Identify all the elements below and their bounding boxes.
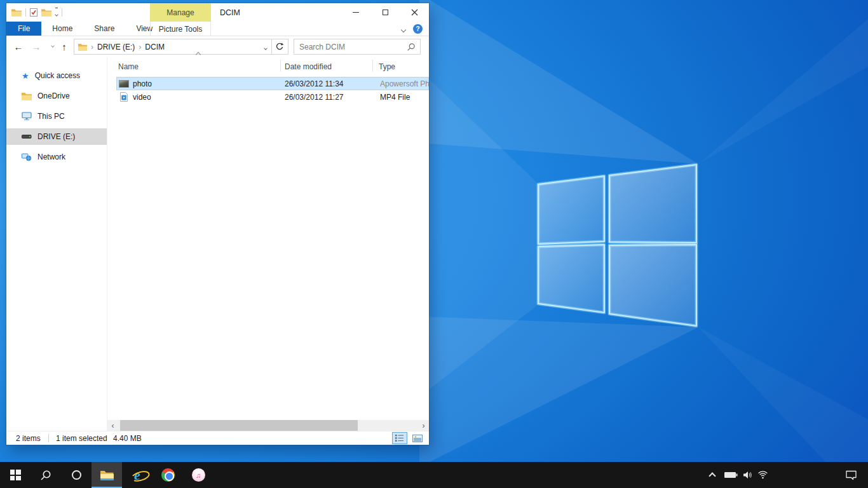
drive-icon <box>22 134 32 139</box>
sidebar-item-label: DRIVE (E:) <box>37 132 75 141</box>
selection-size: 4.40 MB <box>113 434 142 443</box>
expand-ribbon-chevron-icon[interactable] <box>402 25 405 34</box>
breadcrumb-drive[interactable]: DRIVE (E:) <box>97 43 135 51</box>
scrollbar-track[interactable] <box>118 420 418 431</box>
tab-home[interactable]: Home <box>41 22 83 36</box>
file-name: photo <box>133 79 152 88</box>
file-row-photo[interactable]: photo 26/03/2012 11:34 Apowersoft Pho <box>116 77 429 90</box>
address-dropdown-chevron-icon[interactable] <box>264 43 267 51</box>
sidebar-item-label: Quick access <box>35 71 80 80</box>
status-divider <box>48 434 49 442</box>
search-magnifier-icon <box>407 43 416 51</box>
window-title: DCIM <box>220 3 240 22</box>
internet-explorer-icon: e <box>134 468 140 482</box>
details-view-icon <box>395 435 404 442</box>
window-controls <box>341 3 429 22</box>
column-divider[interactable] <box>372 60 373 72</box>
qat-separator <box>25 8 26 17</box>
column-header-date-modified[interactable]: Date modified <box>285 62 332 71</box>
navigation-pane: ★ Quick access OneDrive This PC <box>6 57 107 431</box>
breadcrumb-separator: › <box>139 43 141 51</box>
taskbar: e ♫ <box>0 462 868 488</box>
start-button[interactable] <box>0 462 31 488</box>
close-button[interactable] <box>400 3 429 22</box>
details-view-toggle[interactable] <box>392 432 407 444</box>
scrollbar-thumb[interactable] <box>120 420 358 431</box>
maximize-icon <box>383 10 388 15</box>
file-name: video <box>133 93 151 102</box>
minimize-icon <box>353 12 359 13</box>
horizontal-scrollbar[interactable]: ‹ › <box>107 420 429 431</box>
selection-count: 1 item selected <box>56 434 107 443</box>
column-header-type[interactable]: Type <box>379 62 395 71</box>
taskbar-chrome-button[interactable] <box>153 462 183 488</box>
file-row-video[interactable]: video 26/03/2012 11:27 MP4 File <box>116 90 429 104</box>
qat-separator <box>62 8 62 17</box>
file-explorer-window: Manage DCIM File Home Share View Picture… <box>6 3 429 445</box>
address-bar[interactable]: › DRIVE (E:) › DCIM <box>74 39 272 55</box>
taskbar-search-button[interactable] <box>31 462 61 488</box>
taskbar-itunes-button[interactable]: ♫ <box>183 462 214 488</box>
column-divider[interactable] <box>280 60 281 72</box>
tab-share[interactable]: Share <box>83 22 125 36</box>
search-box[interactable] <box>294 39 421 55</box>
file-type: Apowersoft Pho <box>380 79 429 88</box>
sidebar-item-network[interactable]: Network <box>6 149 107 165</box>
up-button[interactable]: ↑ <box>56 36 72 57</box>
address-folder-icon <box>78 43 87 51</box>
minimize-button[interactable] <box>341 3 370 22</box>
close-icon <box>411 9 418 16</box>
video-file-icon <box>119 92 129 102</box>
action-center-button[interactable] <box>840 462 862 488</box>
file-date-modified: 26/03/2012 11:34 <box>285 79 344 88</box>
breadcrumb-folder[interactable]: DCIM <box>145 43 165 51</box>
maximize-button[interactable] <box>370 3 400 22</box>
help-button[interactable]: ? <box>413 24 423 34</box>
action-center-icon <box>845 470 857 480</box>
quick-access-toolbar <box>11 3 62 22</box>
cortana-icon <box>72 470 81 480</box>
chrome-icon <box>161 468 175 482</box>
tab-picture-tools[interactable]: Picture Tools <box>150 22 211 36</box>
forward-button[interactable]: → <box>28 36 44 57</box>
wifi-icon[interactable] <box>757 471 768 479</box>
search-input[interactable] <box>294 43 407 51</box>
file-list-pane: Name Date modified Type photo 26/03/2012… <box>107 57 429 431</box>
thumbnails-view-toggle[interactable] <box>410 432 425 444</box>
navigation-bar: ← → ↑ › DRIVE (E:) › DCIM <box>6 36 429 57</box>
sidebar-item-onedrive[interactable]: OneDrive <box>6 88 107 104</box>
ribbon-tabs: File Home Share View Picture Tools ? <box>6 22 429 36</box>
new-folder-qat-icon[interactable] <box>41 8 51 17</box>
column-header-name[interactable]: Name <box>118 62 139 71</box>
onedrive-folder-icon <box>22 92 32 100</box>
sidebar-item-this-pc[interactable]: This PC <box>6 108 107 125</box>
customize-qat-chevron-icon[interactable] <box>55 8 58 18</box>
sidebar-item-drive-e[interactable]: DRIVE (E:) <box>6 128 107 145</box>
thumbnails-view-icon <box>412 435 423 442</box>
contextual-tab-group-manage[interactable]: Manage <box>150 3 211 22</box>
cortana-button[interactable] <box>61 462 92 488</box>
sidebar-item-quick-access[interactable]: ★ Quick access <box>6 67 107 84</box>
taskbar-internet-explorer-button[interactable]: e <box>122 462 153 488</box>
title-bar: Manage DCIM <box>6 3 429 22</box>
scroll-right-arrow[interactable]: › <box>418 420 429 431</box>
taskbar-file-explorer-button[interactable] <box>92 462 122 488</box>
file-type: MP4 File <box>380 93 429 102</box>
search-icon <box>39 469 52 482</box>
scroll-left-arrow[interactable]: ‹ <box>107 420 118 431</box>
file-explorer-icon <box>100 470 114 480</box>
volume-icon[interactable] <box>743 471 753 479</box>
items-count: 2 items <box>16 434 41 443</box>
system-tray <box>705 462 768 488</box>
refresh-icon <box>275 43 284 51</box>
sidebar-item-label: This PC <box>37 112 65 121</box>
battery-icon[interactable] <box>724 471 738 479</box>
tab-file[interactable]: File <box>6 22 41 36</box>
properties-qat-icon[interactable] <box>30 8 37 17</box>
refresh-button[interactable] <box>271 39 288 55</box>
hidden-icons-chevron-button[interactable] <box>705 471 719 478</box>
explorer-window-icon <box>11 8 22 17</box>
sidebar-item-label: Network <box>37 152 65 161</box>
file-date-modified: 26/03/2012 11:27 <box>285 93 344 102</box>
back-button[interactable]: ← <box>10 36 27 57</box>
